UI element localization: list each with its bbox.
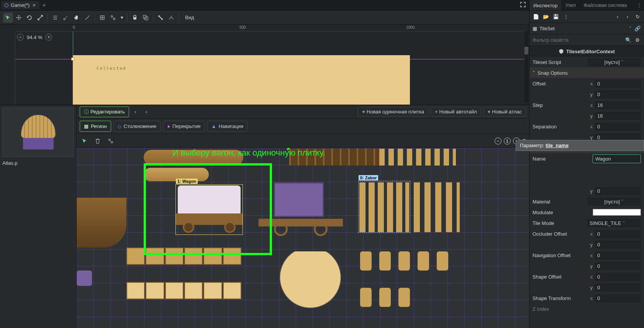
filter-row: 🔍 ⚙ — [529, 34, 644, 46]
grid-snap-tool[interactable] — [106, 136, 116, 146]
prop-occluder-y: y0 — [529, 239, 644, 250]
shapetrans-x-input[interactable]: 0 — [595, 294, 641, 302]
more-tools-icon[interactable]: ⋮ — [562, 13, 569, 20]
move-tool[interactable] — [14, 13, 24, 23]
selection-handle[interactable] — [71, 57, 74, 61]
close-icon[interactable]: × — [32, 2, 36, 8]
save-icon[interactable]: 💾 — [552, 13, 559, 20]
tile-preview[interactable] — [2, 107, 74, 157]
step-x-input[interactable]: 16 — [595, 101, 641, 109]
shape-y-input[interactable]: 0 — [595, 284, 641, 292]
pan-tool[interactable] — [72, 13, 82, 23]
tile-mode-value[interactable]: SINGLE_TILE — [587, 219, 641, 227]
zoom-level-atlas[interactable]: 1 — [504, 138, 511, 144]
bone-tool[interactable] — [156, 13, 166, 23]
snap-options-tool[interactable] — [108, 13, 118, 23]
nav-y-input[interactable]: 0 — [595, 262, 641, 270]
zoom-in-button[interactable]: + — [45, 34, 52, 41]
canvas-viewport[interactable]: 0 500 1000 − 94.4 % + Collected — [0, 25, 529, 105]
select-tool[interactable] — [3, 13, 13, 23]
skeleton-tool[interactable] — [166, 13, 176, 23]
tab-collision-label: Столкновение — [124, 123, 156, 129]
add-tab-button[interactable]: + — [43, 2, 46, 9]
new-single-label: Новая одиночная плитка — [367, 109, 424, 115]
list-tool[interactable] — [50, 13, 60, 23]
tileset-mode-tabs: ▦ Регион ◇ Столкновение ● Перекрытие ▲ Н… — [77, 119, 529, 134]
new-atlas-button[interactable]: +Новый атлас — [483, 107, 526, 116]
separation-x-input[interactable]: 0 — [595, 123, 641, 131]
more-icon[interactable]: ⋮ — [634, 0, 644, 10]
view-menu[interactable]: Вид — [181, 13, 198, 22]
snap-grid-tool[interactable] — [97, 13, 107, 23]
modulate-color[interactable] — [593, 209, 641, 216]
resource-row[interactable]: ▦ TileSet ˅ 🔗 — [529, 23, 644, 34]
prop-material: Material[пусто] — [529, 196, 644, 207]
shape-x-input[interactable]: 0 — [595, 273, 641, 281]
nav-x-input[interactable]: 0 — [595, 251, 641, 259]
file-tab-game[interactable]: Game(*) × — [2, 1, 39, 9]
prop-shape-x: Shape Offsetx0 — [529, 271, 644, 282]
material-value[interactable]: [пусто] — [587, 198, 641, 206]
tab-region[interactable]: ▦ Регион — [80, 121, 111, 132]
ruler-tool[interactable] — [82, 13, 92, 23]
filter-input[interactable] — [533, 37, 623, 43]
pointer-tool[interactable] — [80, 136, 90, 146]
history-back-icon[interactable]: ‹ — [614, 13, 621, 20]
annotation-text: И выберу вагон, как одиночную плитку. — [172, 148, 325, 158]
viewport-scrollbar[interactable] — [524, 31, 528, 103]
prop-label: Separation — [533, 124, 585, 130]
history-icon[interactable]: ↻ — [634, 13, 641, 20]
tab-inspector[interactable]: Инспектор — [529, 0, 561, 10]
anchor-tool[interactable] — [61, 13, 71, 23]
zoom-value: 94.4 % — [27, 34, 42, 40]
tile-name-input[interactable] — [593, 154, 641, 163]
zoom-out-button[interactable]: − — [17, 34, 24, 41]
resource-name: TileSet — [539, 26, 555, 31]
step-y-input[interactable]: 16 — [595, 112, 641, 120]
scale-tool[interactable] — [35, 13, 45, 23]
occluder-y-input[interactable]: 0 — [595, 241, 641, 249]
tab-region-label: Регион — [91, 123, 107, 129]
inspector-panel: Инспектор Узел Файловая система ⋮ 📄 📂 💾 … — [529, 0, 644, 328]
rotate-tool[interactable] — [25, 13, 34, 23]
search-icon[interactable]: 🔍 — [625, 37, 632, 44]
next-button[interactable]: › — [142, 108, 151, 116]
new-autotile-button[interactable]: +Новый автотайл — [431, 107, 481, 116]
prop-value[interactable]: [пусто] — [587, 58, 641, 66]
tab-occlusion[interactable]: ● Перекрытие — [163, 121, 205, 132]
tab-navigation-label: Навигация — [219, 123, 243, 129]
occluder-x-input[interactable]: 0 — [595, 230, 641, 238]
offset-x-input[interactable]: 0 — [595, 80, 641, 88]
barrels-sprite — [360, 251, 460, 317]
new-single-tile-button[interactable]: +Новая одиночная плитка — [358, 107, 428, 116]
scroll-thumb[interactable] — [524, 47, 528, 54]
chevron-down-icon[interactable]: ˅ — [629, 26, 632, 31]
zoom-out-atlas[interactable]: − — [495, 138, 501, 144]
unknown-y-input[interactable]: 0 — [595, 187, 641, 195]
section-snap-options[interactable]: ˅Snap Options — [529, 67, 644, 78]
prop-label: Navigation Offset — [533, 253, 585, 258]
settings-icon[interactable]: ⚙ — [634, 37, 641, 44]
tab-collision[interactable]: ◇ Столкновение — [113, 121, 161, 132]
open-icon[interactable]: 📂 — [542, 13, 549, 20]
expand-icon[interactable] — [518, 0, 528, 10]
tileset-canvas[interactable]: 1: Wagon — [77, 148, 529, 328]
tab-node[interactable]: Узел — [561, 0, 580, 10]
new-resource-icon[interactable]: 📄 — [533, 13, 539, 20]
offset-y-input[interactable]: 0 — [595, 90, 641, 98]
ground-sprite — [73, 55, 410, 105]
prop-label: Shape Offset — [533, 274, 585, 280]
zabor-tile[interactable]: 0: Zabor — [358, 181, 410, 233]
prop-nav-x: Navigation Offsetx0 — [529, 250, 644, 261]
history-fwd-icon[interactable]: › — [624, 13, 631, 20]
file-tab-label: Game(*) — [11, 2, 29, 8]
link-icon[interactable]: 🔗 — [634, 25, 641, 32]
edit-button[interactable]: ⓘ Редактировать — [80, 107, 129, 117]
lock-tool[interactable] — [130, 13, 140, 23]
tab-navigation[interactable]: ▲ Навигация — [207, 121, 247, 132]
chevron-down-icon[interactable]: ▾ — [119, 13, 125, 23]
prev-button[interactable]: ‹ — [131, 108, 140, 116]
tab-filesystem[interactable]: Файловая система — [580, 0, 631, 10]
delete-tool[interactable] — [93, 136, 103, 146]
group-tool[interactable] — [141, 13, 151, 23]
